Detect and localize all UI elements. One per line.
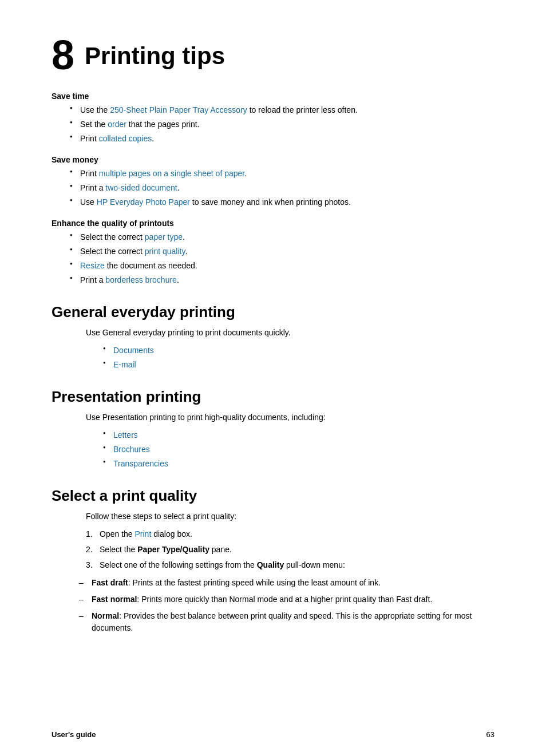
presentation-list: Letters Brochures Transparencies [103,429,494,470]
transparencies-link[interactable]: Transparencies [113,459,168,468]
quality-steps-list: 1. Open the Print dialog box. 2. Select … [86,528,494,571]
list-item: Print collated copies. [70,133,494,145]
select-quality-section: Select a print quality Follow these step… [52,487,494,634]
list-item: Letters [103,429,494,441]
list-item: Brochures [103,444,494,456]
list-item: Print a borderless brochure. [70,274,494,286]
list-item: Set the order that the pages print. [70,118,494,130]
list-item: Print multiple pages on a single sheet o… [70,168,494,180]
step-number: 2. [86,544,100,556]
step-number: 3. [86,559,100,571]
two-sided-link[interactable]: two-sided document [105,183,177,192]
step-text: Open the Print dialog box. [100,528,192,540]
resize-link[interactable]: Resize [80,261,105,270]
list-item: 1. Open the Print dialog box. [86,528,494,540]
brochures-link[interactable]: Brochures [113,445,150,454]
enhance-section: Enhance the quality of printouts Select … [52,219,494,286]
select-quality-intro: Follow these steps to select a print qua… [86,510,494,523]
collated-copies-link[interactable]: collated copies [99,134,152,143]
general-everyday-intro: Use General everyday printing to print d… [86,327,494,339]
list-item: Documents [103,345,494,357]
fast-draft-label: Fast draft [92,578,128,587]
list-item: 3. Select one of the following settings … [86,559,494,571]
list-item: Select the correct paper type. [70,231,494,243]
footer-right: 63 [486,730,494,739]
save-time-list: Use the 250-Sheet Plain Paper Tray Acces… [70,104,494,145]
hp-photo-paper-link[interactable]: HP Everyday Photo Paper [97,197,190,207]
enhance-heading: Enhance the quality of printouts [52,219,494,228]
print-quality-link[interactable]: print quality [145,247,185,256]
list-item: Use the 250-Sheet Plain Paper Tray Acces… [70,104,494,116]
footer-left: User's guide [52,730,96,739]
list-item: Transparencies [103,458,494,470]
list-item: Normal: Provides the best balance betwee… [79,610,494,634]
list-item: Use HP Everyday Photo Paper to save mone… [70,196,494,208]
general-everyday-title: General everyday printing [52,303,494,321]
paper-type-quality-bold: Paper Type/Quality [137,545,209,554]
documents-link[interactable]: Documents [113,346,154,355]
page-footer: User's guide 63 [52,730,494,739]
save-time-heading: Save time [52,92,494,101]
chapter-number: 8 [52,34,74,76]
save-time-section: Save time Use the 250-Sheet Plain Paper … [52,92,494,145]
select-quality-title: Select a print quality [52,487,494,505]
save-money-heading: Save money [52,155,494,164]
step-text: Select the Paper Type/Quality pane. [100,544,232,556]
fast-normal-label: Fast normal [92,595,137,604]
presentation-intro: Use Presentation printing to print high-… [86,411,494,423]
email-link[interactable]: E-mail [113,360,136,369]
general-everyday-section: General everyday printing Use General ev… [52,303,494,371]
presentation-title: Presentation printing [52,388,494,406]
step-number: 1. [86,528,100,540]
order-link[interactable]: order [108,120,126,129]
list-item: 2. Select the Paper Type/Quality pane. [86,544,494,556]
quality-bold: Quality [257,560,284,569]
save-money-section: Save money Print multiple pages on a sin… [52,155,494,208]
list-item: E-mail [103,359,494,371]
paper-type-link[interactable]: paper type [145,232,183,242]
print-link[interactable]: Print [135,529,152,539]
normal-label: Normal [92,611,119,620]
list-item: Print a two-sided document. [70,182,494,194]
list-item: Select the correct print quality. [70,246,494,258]
save-money-list: Print multiple pages on a single sheet o… [70,168,494,208]
letters-link[interactable]: Letters [113,430,138,440]
general-everyday-list: Documents E-mail [103,345,494,371]
list-item: Fast draft: Prints at the fastest printi… [79,577,494,589]
borderless-brochure-link[interactable]: borderless brochure [105,275,177,284]
multiple-pages-link[interactable]: multiple pages on a single sheet of pape… [99,169,245,178]
quality-sub-list: Fast draft: Prints at the fastest printi… [79,577,494,634]
list-item: Fast normal: Prints more quickly than No… [79,593,494,605]
page-header: 8 Printing tips [52,34,494,76]
enhance-list: Select the correct paper type. Select th… [70,231,494,286]
presentation-section: Presentation printing Use Presentation p… [52,388,494,470]
step-text: Select one of the following settings fro… [100,559,345,571]
250-sheet-link[interactable]: 250-Sheet Plain Paper Tray Accessory [110,105,247,114]
page-title: Printing tips [85,34,225,70]
list-item: Resize the document as needed. [70,260,494,272]
page-content: 8 Printing tips Save time Use the 250-Sh… [0,0,546,673]
